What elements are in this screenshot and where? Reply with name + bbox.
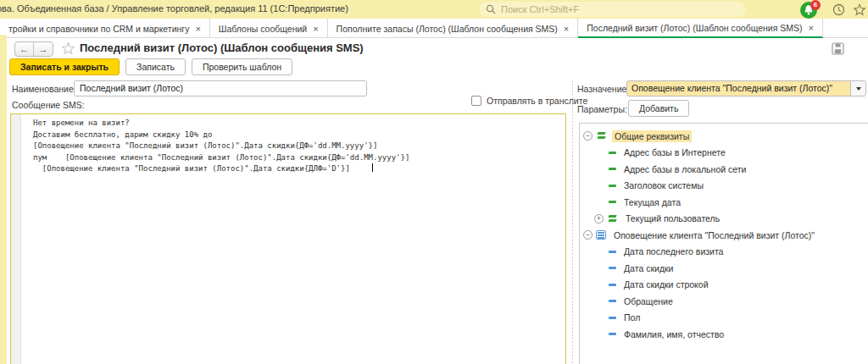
tree-item[interactable]: Дата скидки [580,260,868,277]
dash-green-icon [609,168,616,170]
command-bar: Записать и закрыть Записать Проверить ша… [9,58,292,75]
notification-badge: 6 [810,0,821,10]
dash-blue-icon [609,317,616,319]
collapse-icon[interactable]: − [583,230,593,240]
name-input[interactable]: Последний визит (Лотос) [74,80,367,97]
back-button[interactable]: ← [15,42,34,56]
tree-item-label: Пол [621,312,643,323]
tree-item-label: Оповещение клиента "Последний визит (Лот… [611,229,817,241]
translit-checkbox[interactable] [471,96,481,106]
dash-green-icon [609,152,616,154]
tree-item-label: Дата скидки строкой [621,279,711,290]
tab-active[interactable]: Последний визит (Лотос) (Шаблон сообщени… [578,19,823,38]
tab-close-icon[interactable]: × [564,25,569,33]
tree-item[interactable]: −Общие реквизиты [580,128,868,145]
window-title: ова. Объединенная база / Управление торг… [0,3,348,14]
tree-item-label: Адрес базы в локальной сети [621,163,748,175]
params-label: Параметры: [577,104,627,114]
save-button[interactable]: Записать [125,58,186,75]
tab-close-icon[interactable]: × [313,25,318,33]
global-search[interactable]: Поиск Ctrl+Shift+F [479,2,746,17]
forward-button[interactable]: → [34,42,53,56]
tab-label: тройки и справочники по CRM и маркетингу [8,24,189,34]
tree-item[interactable]: +Текущий пользователь [580,211,868,228]
sms-label: Сообщение SMS: [12,100,85,110]
tree-item[interactable]: Пол [580,310,868,327]
left-accent-strip [0,35,7,364]
app-window: ова. Объединенная база / Управление торг… [0,0,868,364]
tree-item-label: Дата последнего визита [621,245,726,257]
text-caret [372,163,373,172]
dash-blue-icon [609,251,616,253]
translit-checkbox-row[interactable]: Отправлять в транслите [471,96,587,106]
sms-message-text: Нет времени на визит?Доставим бесплатно,… [33,118,409,175]
save-state-icon[interactable] [832,42,844,55]
tab[interactable]: Пополните запасы (Лотос) (Шаблон сообщен… [328,19,579,38]
expand-icon[interactable]: + [594,214,604,223]
window-title-bar: ова. Объединенная база / Управление торг… [0,0,868,19]
nav-buttons: ← → [14,41,53,57]
tree-item[interactable]: Фамилия, имя, отчество [580,326,868,343]
parameters-tree: −Общие реквизитыАдрес базы в ИнтернетеАд… [580,124,868,343]
folder-green-icon [607,214,618,223]
folder-green-icon [596,131,607,141]
favorite-star-icon[interactable] [61,41,75,55]
collapse-icon[interactable]: − [583,131,593,141]
tab-close-icon[interactable]: × [809,24,814,32]
dash-blue-icon [609,333,616,335]
tab-label: Пополните запасы (Лотос) (Шаблон сообщен… [337,24,558,34]
tree-item[interactable]: Адрес базы в Интернете [580,145,868,162]
tree-item-label: Адрес базы в Интернете [621,146,728,158]
tree-item-label: Дата скидки [621,262,676,274]
purpose-select[interactable]: Оповещение клиента "Последний визит (Лот… [626,80,866,97]
expander-spacer [594,313,605,323]
sms-line: пум [Оповещение клиента "Последний визит… [33,152,409,164]
expander-spacer [594,329,605,339]
search-placeholder: Поиск Ctrl+Shift+F [501,4,579,14]
tab-close-icon[interactable]: × [195,25,200,33]
tab-bar: тройки и справочники по CRM и маркетингу… [0,19,868,38]
page-title: Последний визит (Лотос) (Шаблон сообщени… [80,41,364,54]
tree-item-label: Заголовок системы [621,179,706,191]
purpose-value: Оповещение клиента "Последний визит (Лот… [627,81,850,96]
dash-green-icon [609,185,616,187]
expander-spacer [594,148,605,157]
expander-spacer [594,280,605,290]
tree-item[interactable]: Текущая дата [580,194,868,211]
parameters-tree-panel[interactable]: −Общие реквизитыАдрес базы в ИнтернетеАд… [579,123,868,364]
tree-item-label: Текущий пользователь [623,212,722,224]
dash-green-icon [609,201,616,203]
tab[interactable]: тройки и справочники по CRM и маркетингу… [0,19,210,38]
tree-item[interactable]: Обращение [580,293,868,310]
tree-item[interactable]: −Оповещение клиента "Последний визит (Ло… [580,227,868,244]
sms-message-textarea[interactable]: Нет времени на визит?Доставим бесплатно,… [10,113,566,364]
expander-spacer [594,164,605,174]
history-icon[interactable] [832,3,845,16]
chevron-down-icon[interactable] [850,81,865,96]
tree-item-label: Обращение [621,295,676,307]
tab-label: Шаблоны сообщений [219,24,307,34]
sms-line: Нет времени на визит? [33,118,409,130]
dash-blue-icon [609,267,616,269]
check-template-button[interactable]: Проверить шаблон [192,58,292,75]
expander-spacer [594,181,605,190]
search-icon [486,4,496,14]
tree-item[interactable]: Адрес базы в локальной сети [580,161,868,178]
sms-line: [Оповещение клиента "Последний визит (Ло… [33,141,409,152]
tab[interactable]: Шаблоны сообщений× [210,19,328,38]
dash-blue-icon [609,300,616,302]
tree-item[interactable]: Дата последнего визита [580,244,868,261]
textarea-gutter [11,114,21,364]
add-parameter-button[interactable]: Добавить [628,100,689,117]
list-blue-icon [596,230,606,240]
purpose-label: Назначение: [577,84,629,94]
name-label: Наименование: [12,84,76,94]
column-splitter[interactable] [572,80,573,364]
tree-item[interactable]: Заголовок системы [580,178,868,195]
tree-item-label: Фамилия, имя, отчество [621,328,726,340]
tab-label: Последний визит (Лотос) (Шаблон сообщени… [587,23,802,33]
save-and-close-button[interactable]: Записать и закрыть [9,58,120,75]
notifications-button[interactable]: 6 [800,1,822,19]
tree-item[interactable]: Дата скидки строкой [580,277,868,294]
favorites-icon[interactable] [853,3,866,16]
